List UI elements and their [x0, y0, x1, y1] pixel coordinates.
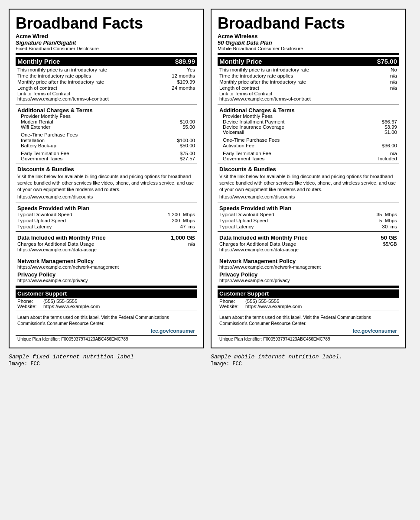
speed-value: 47 ms: [180, 224, 195, 229]
info-row: Monthly price after the introductory rat…: [218, 79, 399, 85]
speed-value: 35 Mbps: [377, 212, 397, 217]
right-monthly-price-label: Monthly Price: [219, 58, 262, 65]
left-other-fees: Early Termination Fee$75.00Government Ta…: [16, 151, 197, 161]
fee-label: Activation Fee: [223, 143, 254, 148]
right-plan: 50 Gigabit Data Plan: [218, 39, 399, 46]
left-terms-link[interactable]: https://www.example.com/terms-of-contrac…: [17, 96, 109, 101]
left-title: Broadband Facts: [16, 15, 197, 32]
info-row-value: n/a: [390, 79, 397, 84]
right-discounts-link[interactable]: https://www.example.com/discounts: [218, 194, 399, 200]
left-footer-text: Learn about the terms used on this label…: [16, 313, 197, 328]
speed-label: Typical Latency: [219, 224, 254, 229]
right-phone-label: Phone:: [219, 299, 245, 304]
left-data-header: Data Included with Monthly Price 1,000 G…: [16, 234, 197, 241]
left-discounts-link[interactable]: https://www.example.com/discounts: [16, 194, 197, 200]
speed-value: 200 Mbps: [172, 218, 195, 223]
left-website-label: Website:: [17, 304, 43, 309]
data-row-value: $5/GB: [383, 241, 397, 247]
data-row: Charges for Additional Data Usage$5/GB: [218, 241, 399, 247]
right-data-title: Data Included with Monthly Price: [219, 234, 308, 241]
left-phone-row: Phone: (555) 555-5555: [16, 299, 197, 304]
info-row-value: No: [391, 67, 397, 72]
speed-row: Typical Upload Speed5 Mbps: [218, 218, 399, 224]
right-terms-label: Link to Terms of Contract https://www.ex…: [218, 91, 399, 102]
right-info-rows: This monthly price is an introductory ra…: [218, 67, 399, 91]
info-row-label: Time the introductory rate applies: [219, 73, 390, 78]
right-caption: Sample mobile internet nutrition label. …: [211, 354, 406, 367]
info-row-value: $109.99: [177, 79, 195, 84]
right-website-value[interactable]: https://www.example.com: [245, 304, 397, 309]
speed-label: Typical Upload Speed: [17, 218, 66, 223]
fee-label: Battery Back-up: [21, 143, 56, 148]
right-network-link[interactable]: https://www.example.com/network-manageme…: [218, 264, 399, 270]
right-data-link[interactable]: https://www.example.com/data-usage: [218, 247, 399, 253]
fee-value: $5.00: [182, 124, 195, 130]
right-phone-row: Phone: (555) 555-5555: [218, 299, 399, 304]
fee-row: Activation Fee$36.00: [218, 143, 399, 148]
right-fcc-link[interactable]: fcc.gov/consumer: [218, 328, 399, 334]
info-row-label: Time the introductory rate applies: [17, 73, 172, 78]
left-phone-value: (555) 555-5555: [43, 299, 195, 304]
left-monthly-price-label: Monthly Price: [17, 58, 60, 65]
speed-value: 30 ms: [382, 224, 397, 229]
fee-value: $50.00: [180, 143, 195, 148]
left-customer-section: Customer Support: [16, 289, 197, 298]
right-caption-title: Sample mobile internet nutrition label.: [211, 354, 406, 360]
right-discounts-title: Discounts & Bundles: [218, 165, 399, 172]
right-provider-fees: Device Installment Payment$66.67Device I…: [218, 119, 399, 135]
right-monthly-price-header: Monthly Price $75.00: [218, 57, 399, 66]
left-provider-fees: Modem Rental$10.00Wifi Extender$5.00: [16, 119, 197, 130]
left-provider-fees-label: Provider Monthly Fees: [16, 114, 197, 119]
info-row-label: Length of contract: [17, 85, 172, 91]
left-speeds-title: Speeds Provided with Plan: [16, 204, 197, 211]
left-privacy-title: Privacy Policy: [16, 270, 197, 278]
left-privacy-link[interactable]: https://www.example.com/privacy: [16, 278, 197, 284]
speed-label: Typical Download Speed: [17, 212, 72, 217]
right-website-row: Website: https://www.example.com: [218, 304, 399, 309]
left-website-value[interactable]: https://www.example.com: [43, 304, 195, 309]
right-data-header: Data Included with Monthly Price 50 GB: [218, 234, 399, 241]
left-fcc-link[interactable]: fcc.gov/consumer: [16, 328, 197, 334]
right-data-value: 50 GB: [381, 234, 397, 241]
right-terms-link[interactable]: https://www.example.com/terms-of-contrac…: [219, 96, 311, 101]
left-monthly-price-value: $89.99: [175, 58, 195, 65]
fee-row: Government Taxes$27.57: [16, 156, 197, 161]
data-row: Charges for Additional Data Usagen/a: [16, 241, 197, 247]
fee-row: Early Termination Fee$75.00: [16, 151, 197, 156]
left-divider5: [16, 255, 197, 255]
speed-value: 1,200 Mbps: [168, 212, 195, 217]
left-divider7: [16, 311, 197, 311]
info-row: Monthly price after the introductory rat…: [16, 79, 197, 85]
fee-row: Installation$100.00: [16, 138, 197, 143]
fee-row: Voicemail$1.00: [218, 130, 399, 135]
fee-label: Modem Rental: [21, 119, 53, 124]
left-top-divider: [16, 53, 197, 55]
speed-label: Typical Upload Speed: [219, 218, 268, 223]
left-network-link[interactable]: https://www.example.com/network-manageme…: [16, 264, 197, 270]
left-divider1: [16, 104, 197, 104]
left-divider2: [16, 163, 197, 163]
speed-row: Typical Latency47 ms: [16, 224, 197, 230]
fee-row: Battery Back-up$50.00: [16, 143, 197, 148]
right-network-title: Network Management Policy: [218, 257, 399, 264]
left-phone-label: Phone:: [17, 299, 43, 304]
left-card: Broadband Facts Acme Wired Signature Pla…: [9, 9, 204, 348]
left-caption-sub: Image: FCC: [9, 361, 204, 367]
fee-label: Installation: [21, 138, 45, 143]
fee-row: Government TaxesIncluded: [218, 156, 399, 161]
right-one-time-label: One-Time Purchase Fees: [218, 137, 399, 143]
info-row-value: Yes: [187, 67, 195, 72]
left-data-link[interactable]: https://www.example.com/data-usage: [16, 247, 197, 253]
speed-row: Typical Latency30 ms: [218, 224, 399, 230]
right-disclosure: Mobile Broadband Consumer Disclosure: [218, 46, 399, 51]
right-privacy-link[interactable]: https://www.example.com/privacy: [218, 278, 399, 284]
left-caption: Sample fixed internet nutrition label Im…: [9, 354, 204, 367]
right-divider3: [218, 202, 399, 202]
fee-label: Government Taxes: [21, 156, 62, 161]
right-one-time-fees: Activation Fee$36.00: [218, 143, 399, 148]
left-divider3: [16, 202, 197, 202]
right-phone-value: (555) 555-5555: [245, 299, 397, 304]
left-data-title: Data Included with Monthly Price: [17, 234, 106, 241]
speed-label: Typical Latency: [17, 224, 52, 229]
info-row: This monthly price is an introductory ra…: [16, 67, 197, 73]
